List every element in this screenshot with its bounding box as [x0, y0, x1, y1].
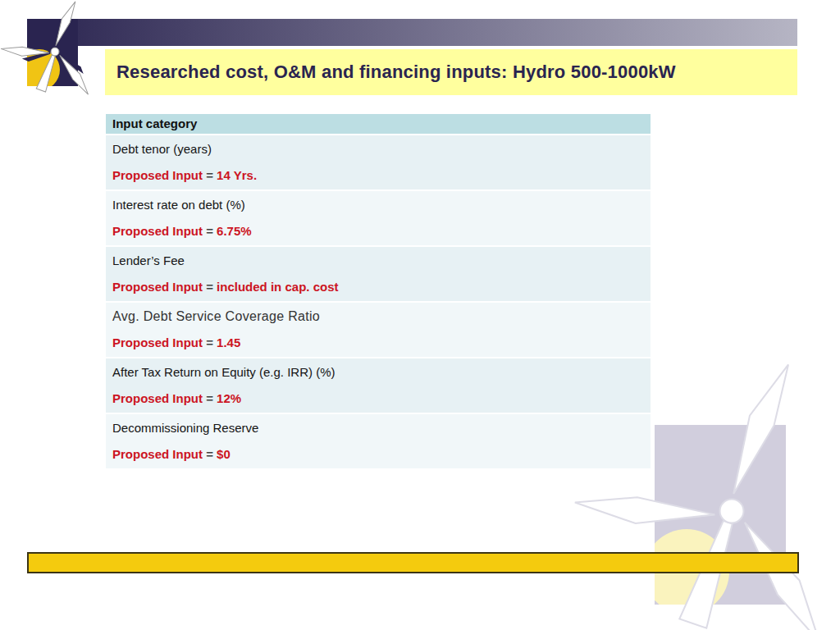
row-category: Lender’s Fee: [112, 253, 642, 267]
row-proposed-input: Proposed Input = $0: [112, 447, 642, 461]
proposed-label: Proposed Input: [112, 280, 203, 294]
table-row: Lender’s Fee Proposed Input = included i…: [106, 247, 651, 301]
row-proposed-input: Proposed Input = 14 Yrs.: [112, 168, 642, 182]
row-proposed-input: Proposed Input = 6.75%: [112, 224, 642, 238]
table-row: Decommissioning Reserve Proposed Input =…: [106, 414, 651, 468]
table-row: After Tax Return on Equity (e.g. IRR) (%…: [106, 358, 651, 413]
input-table: Input category Debt tenor (years) Propos…: [106, 114, 651, 468]
slide-title: Researched cost, O&M and financing input…: [105, 62, 676, 83]
proposed-value: 12%: [217, 391, 241, 405]
proposed-equals: =: [203, 336, 217, 349]
proposed-value: 14 Yrs.: [217, 168, 257, 182]
title-banner: Researched cost, O&M and financing input…: [105, 49, 797, 95]
row-proposed-input: Proposed Input = 12%: [112, 391, 642, 405]
row-proposed-input: Proposed Input = included in cap. cost: [112, 280, 642, 294]
proposed-value: included in cap. cost: [217, 280, 338, 294]
row-category: After Tax Return on Equity (e.g. IRR) (%…: [112, 365, 642, 379]
slide: Researched cost, O&M and financing input…: [0, 0, 840, 630]
top-gradient-bar: [27, 19, 797, 46]
row-category: Debt tenor (years): [112, 142, 642, 156]
proposed-value: 6.75%: [217, 224, 252, 238]
bottom-gold-bar: [27, 552, 799, 573]
proposed-equals: =: [203, 391, 217, 405]
table-header: Input category: [106, 114, 651, 134]
row-category: Interest rate on debt (%): [112, 198, 642, 212]
proposed-equals: =: [203, 168, 217, 182]
row-proposed-input: Proposed Input = 1.45: [112, 336, 642, 349]
wind-turbine-icon: [0, 0, 111, 111]
watermark-square: [655, 425, 786, 605]
proposed-value: 1.45: [217, 336, 240, 349]
proposed-equals: =: [203, 280, 217, 294]
proposed-label: Proposed Input: [112, 224, 203, 238]
proposed-label: Proposed Input: [112, 391, 203, 405]
input-table-body: Debt tenor (years) Proposed Input = 14 Y…: [106, 135, 651, 468]
table-row: Interest rate on debt (%) Proposed Input…: [106, 191, 651, 245]
proposed-equals: =: [203, 224, 217, 238]
table-row: Avg. Debt Service Coverage Ratio Propose…: [106, 303, 651, 357]
proposed-label: Proposed Input: [112, 447, 203, 461]
proposed-label: Proposed Input: [112, 336, 203, 349]
row-category: Decommissioning Reserve: [112, 421, 642, 435]
proposed-label: Proposed Input: [112, 168, 203, 182]
proposed-value: $0: [217, 447, 231, 461]
row-category: Avg. Debt Service Coverage Ratio: [112, 309, 642, 324]
proposed-equals: =: [203, 447, 217, 461]
table-row: Debt tenor (years) Proposed Input = 14 Y…: [106, 135, 651, 189]
